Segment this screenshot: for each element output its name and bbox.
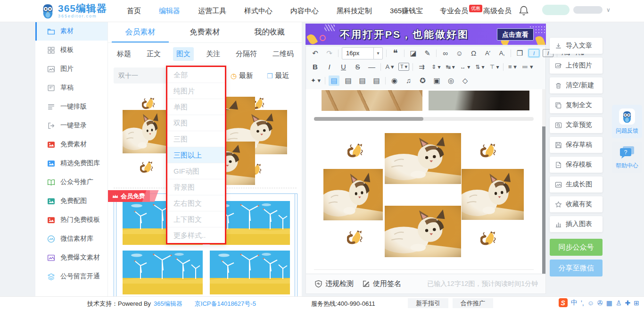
latest-filter[interactable]: ◷ 最新	[231, 71, 253, 80]
dropdown-item-triple[interactable]: 三图	[167, 131, 225, 147]
dropdown-item-gif[interactable]: GIF动图	[167, 163, 225, 179]
underline-icon[interactable]: U	[338, 62, 349, 72]
copy-all-button[interactable]: 复制全文	[550, 97, 603, 113]
page-width-icon[interactable]: ↔ ▾	[459, 62, 471, 72]
insert-image-icon[interactable]: ▣	[431, 75, 442, 86]
fox-sticker-icon[interactable]	[347, 142, 364, 159]
music-icon[interactable]: ♫	[403, 75, 414, 86]
cooperation-button[interactable]: 合作推广	[453, 298, 493, 308]
article-preview-button[interactable]: 文章预览	[550, 117, 603, 133]
nav-item-editor[interactable]: 编辑器	[159, 7, 180, 16]
sidebar-item-wechat-promo[interactable]: 公众号推广	[35, 173, 107, 192]
sidebar-item-free-material[interactable]: 免费素材	[35, 135, 107, 154]
ime-toolbox-icon[interactable]: ⊞	[634, 299, 639, 307]
import-article-button[interactable]: 导入文章	[550, 38, 603, 54]
dark-cat-image[interactable]	[429, 91, 529, 110]
subtab-title[interactable]: 标题	[114, 47, 134, 61]
horizontal-scrollbar-thumb[interactable]	[314, 117, 423, 121]
dropdown-item-double[interactable]: 双图	[167, 115, 225, 131]
align-right-icon[interactable]: ▤	[357, 75, 368, 86]
ime-keyboard-icon[interactable]: ▦	[606, 299, 612, 307]
ime-punctuation-icon[interactable]: ’,	[581, 299, 584, 307]
fox-sticker-icon[interactable]	[480, 142, 497, 159]
nav-item-styles[interactable]: 样式中心	[244, 7, 272, 16]
ime-skin-icon[interactable]: ✚	[625, 299, 631, 307]
bg-color-icon[interactable]: T ▾	[398, 63, 409, 71]
newbie-guide-button[interactable]: 新手指引	[408, 298, 448, 308]
notification-bell-icon[interactable]	[519, 5, 529, 17]
redo-icon[interactable]: ↷	[324, 48, 335, 59]
ime-person-icon[interactable]: ♙	[616, 299, 622, 307]
subtab-qrcode[interactable]: 二维码	[269, 47, 297, 61]
vertical-scrollbar-thumb[interactable]	[542, 126, 545, 274]
promo-banner[interactable]: 不用打开PS，也能做好图 点击查看	[305, 24, 546, 45]
subscript-icon[interactable]: A‚	[496, 48, 507, 59]
sidebar-item-one-click-login[interactable]: 一键登录	[35, 116, 107, 135]
subtab-follow[interactable]: 关注	[203, 47, 223, 61]
cat-image[interactable]	[385, 133, 461, 184]
align-justify-icon[interactable]: ▤	[371, 75, 382, 86]
video-icon[interactable]: ◉	[389, 75, 400, 86]
dropdown-item-triple-plus[interactable]: 三图以上	[167, 147, 225, 163]
sync-wechat-button[interactable]: 同步公众号	[550, 239, 603, 256]
violation-check-button[interactable]: 违规检测	[314, 279, 354, 288]
dropdown-item-pure-image[interactable]: 纯图片	[167, 83, 225, 99]
subtab-body[interactable]: 正文	[143, 47, 164, 61]
save-template-button[interactable]: 保存模板	[550, 157, 603, 173]
nav-item-home[interactable]: 首页	[127, 7, 141, 16]
format-brush-icon[interactable]: ✎	[422, 48, 433, 59]
sidebar-item-viral-material[interactable]: 免费爆文素材	[35, 248, 107, 267]
indent-icon[interactable]: ⇉	[416, 62, 427, 72]
dropdown-item-single[interactable]: 单图	[167, 99, 225, 115]
tab-free-material[interactable]: 免费素材	[173, 22, 237, 42]
line-height-icon[interactable]: ⇕ ▾	[430, 62, 441, 72]
upload-image-button[interactable]: 上传图片	[550, 58, 603, 74]
subtab-divider[interactable]: 分隔符	[232, 47, 260, 61]
italic-icon[interactable]: I	[324, 62, 335, 72]
recent-filter[interactable]: ❒ 最近	[267, 71, 289, 80]
vertical-align-icon[interactable]: ⊤ ▾	[489, 62, 500, 72]
generate-long-image-button[interactable]: 生成长图	[550, 176, 603, 193]
sidebar-item-hot-templates[interactable]: 热门免费模板	[35, 210, 107, 229]
dropdown-item-all[interactable]: 全部	[167, 67, 225, 83]
banner-cta-button[interactable]: 点击查看	[497, 28, 534, 41]
editor-content[interactable]	[305, 89, 546, 274]
sidebar-item-material[interactable]: 素材	[35, 22, 107, 41]
special-char-icon[interactable]: Ω	[468, 48, 479, 59]
nav-item-custom[interactable]: 黑科技定制	[337, 7, 372, 16]
nav-item-tools[interactable]: 运营工具	[198, 7, 226, 16]
cat-image[interactable]	[323, 169, 383, 220]
subtab-image-text[interactable]: 图文	[173, 47, 194, 61]
magic-format-icon[interactable]: ✦ ▾	[310, 75, 322, 86]
ime-emoji-icon[interactable]: ☺	[587, 299, 594, 307]
feedback-button[interactable]: 问题反馈	[612, 105, 642, 138]
link-icon[interactable]: ∞	[440, 48, 451, 59]
save-draft-button[interactable]: 保存草稿	[550, 137, 603, 153]
eraser-icon[interactable]: ◪	[408, 48, 419, 59]
bullet-list-icon[interactable]: ≡ ▾	[507, 62, 518, 72]
wood-table-image[interactable]	[322, 90, 422, 111]
insert-chart-button[interactable]: 插入图表	[550, 216, 603, 232]
emoji-icon[interactable]: ☺	[454, 48, 465, 59]
align-left-icon[interactable]: ▤	[329, 75, 339, 86]
letter-spacing-icon[interactable]: ↹ ▾	[445, 62, 455, 72]
vertical-spacing-icon[interactable]: ⇅ ▾	[474, 62, 485, 72]
dropdown-item-background[interactable]: 背景图	[167, 179, 225, 195]
pro-member-link[interactable]: 专业会员	[440, 7, 468, 16]
logo[interactable]: 365编辑器 365editor.com	[41, 3, 107, 19]
senior-member-link[interactable]: 高级会员	[483, 7, 512, 16]
sidebar-item-image[interactable]: 图片	[35, 59, 107, 78]
sidebar-item-draft[interactable]: 草稿	[35, 78, 107, 97]
preview-search-icon[interactable]: ◎	[446, 75, 456, 86]
icp-link[interactable]: 京ICP备14018627号-5	[195, 300, 256, 308]
horizontal-rule-icon[interactable]: —	[366, 62, 377, 72]
bold-icon[interactable]: B	[310, 62, 321, 72]
use-signature-button[interactable]: 使用签名	[362, 279, 401, 288]
dropdown-item-top-bottom[interactable]: 上下图文	[167, 211, 225, 227]
palette-icon[interactable]: ✪	[417, 75, 428, 86]
blockquote-icon[interactable]: ❝	[390, 48, 401, 59]
font-size-select[interactable]: 16px ▾	[342, 47, 383, 59]
paste-icon[interactable]: ❐	[514, 48, 525, 59]
sidebar-item-comment-open[interactable]: 公号留言开通	[35, 267, 107, 286]
fox-sticker-icon[interactable]	[480, 230, 497, 247]
